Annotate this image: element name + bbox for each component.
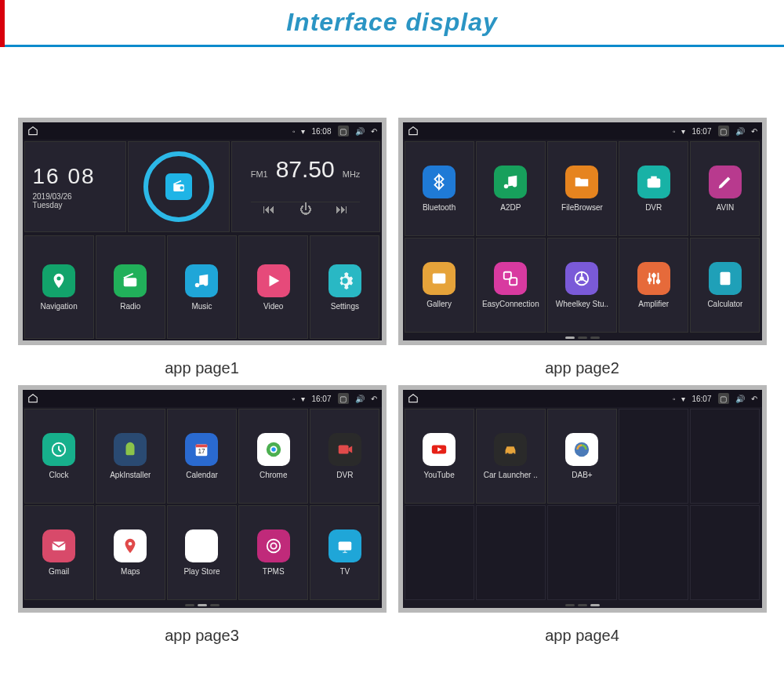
status-time: 16:07 <box>691 395 711 403</box>
app-play-store[interactable]: Play Store <box>167 505 237 600</box>
app-car-launcher-[interactable]: Car Launcher .. <box>476 409 546 504</box>
cal-icon: 17 <box>185 433 218 466</box>
app-gmail[interactable]: Gmail <box>24 505 94 600</box>
svg-point-14 <box>581 277 584 280</box>
app-settings[interactable]: Settings <box>310 235 379 339</box>
folder-icon <box>565 166 598 198</box>
panel-page1: ◦ ▾ 16:08 ▢ 🔊 ↶ 16 08 2019/03/26 Tuesday <box>18 118 387 345</box>
app-navigation[interactable]: Navigation <box>24 235 94 339</box>
app-video[interactable]: Video <box>238 235 308 339</box>
gps-icon: ◦ <box>292 395 296 403</box>
app-calculator[interactable]: Calculator <box>690 238 760 333</box>
empty-cell <box>690 409 760 504</box>
app-label: YouTube <box>423 471 454 479</box>
empty-cell <box>690 505 760 600</box>
android-icon <box>114 433 147 466</box>
clock-date: 2019/03/26 <box>33 192 72 201</box>
app-gallery[interactable]: Gallery <box>405 238 474 333</box>
app-calendar[interactable]: 17Calendar <box>167 409 237 504</box>
clock-time: 16 08 <box>33 164 96 189</box>
svg-point-35 <box>513 453 515 455</box>
app-tv[interactable]: TV <box>310 505 379 600</box>
app-music[interactable]: Music <box>167 235 237 339</box>
app-tpms[interactable]: TPMS <box>238 505 308 600</box>
fm-unit: MHz <box>343 169 361 179</box>
app-filebrowser[interactable]: FileBrowser <box>547 141 617 236</box>
page-indicator <box>403 602 762 608</box>
home-icon[interactable] <box>27 393 38 404</box>
back-icon[interactable]: ↶ <box>751 395 757 403</box>
app-chrome[interactable]: Chrome <box>238 409 308 504</box>
statusbar: ◦ ▾ 16:07 ▢ 🔊 ↶ <box>23 390 382 407</box>
app-avin[interactable]: AVIN <box>690 141 760 236</box>
statusbar: ◦ ▾ 16:08 ▢ 🔊 ↶ <box>23 122 382 140</box>
back-icon[interactable]: ↶ <box>371 127 377 136</box>
wifi-icon: ▾ <box>681 395 685 403</box>
app-dab-[interactable]: DAB+ <box>547 409 617 504</box>
tire-icon <box>257 529 290 562</box>
statusbar: ◦ ▾ 16:07 ▢ 🔊 ↶ <box>403 122 762 140</box>
image-icon <box>423 262 456 295</box>
app-dvr[interactable]: DVR <box>310 409 379 504</box>
camera-icon <box>637 166 670 198</box>
wifi-icon: ▾ <box>301 395 305 403</box>
svg-point-16 <box>652 275 655 278</box>
empty-cell <box>619 409 688 504</box>
pin-icon <box>42 264 75 297</box>
volume-icon[interactable]: 🔊 <box>355 127 365 136</box>
screenshot-icon[interactable]: ▢ <box>338 393 349 404</box>
app-a2dp[interactable]: A2DP <box>476 141 546 236</box>
volume-icon[interactable]: 🔊 <box>355 395 365 403</box>
empty-cell <box>547 505 617 600</box>
app-apkinstaller[interactable]: ApkInstaller <box>96 409 165 504</box>
app-easyconnection[interactable]: EasyConnection <box>476 238 546 333</box>
panel-page3: ◦ ▾ 16:07 ▢ 🔊 ↶ ClockApkInstaller17Calen… <box>18 385 387 613</box>
gps-icon: ◦ <box>292 127 296 136</box>
app-bluetooth[interactable]: Bluetooth <box>405 141 474 236</box>
app-radio[interactable]: Radio <box>96 235 165 339</box>
screenshot-icon[interactable]: ▢ <box>718 393 729 404</box>
screenshot-icon[interactable]: ▢ <box>718 126 729 136</box>
caption-page3: app page3 <box>165 627 239 645</box>
app-label: Music <box>191 302 212 311</box>
app-youtube[interactable]: YouTube <box>405 409 474 504</box>
empty-cell <box>619 505 688 600</box>
app-label: DAB+ <box>572 471 592 479</box>
play-icon <box>185 529 218 562</box>
fm-widget: FM1 87.50 MHz ⏮ ⏻ ⏭ <box>231 141 380 232</box>
power-icon[interactable]: ⏻ <box>299 202 312 217</box>
back-icon[interactable]: ↶ <box>371 395 377 403</box>
home-icon[interactable] <box>408 126 419 136</box>
sliders-icon <box>637 262 670 295</box>
clock-widget[interactable]: 16 08 2019/03/26 Tuesday <box>24 141 126 232</box>
svg-point-7 <box>651 180 656 185</box>
app-label: Gallery <box>426 300 452 308</box>
clock-icon <box>42 433 75 466</box>
back-icon[interactable]: ↶ <box>751 127 757 136</box>
svg-line-2 <box>173 181 181 185</box>
svg-rect-19 <box>721 274 728 277</box>
app-maps[interactable]: Maps <box>96 505 165 600</box>
app-amplifier[interactable]: Amplifier <box>619 238 688 333</box>
panel-page4: ◦ ▾ 16:07 ▢ 🔊 ↶ YouTubeCar Launcher ..DA… <box>398 385 767 613</box>
maps-icon <box>114 529 147 562</box>
pen-icon <box>709 166 742 198</box>
home-icon[interactable] <box>27 126 38 136</box>
app-wheelkey-stu-[interactable]: Wheelkey Stu.. <box>547 238 617 333</box>
radio-widget[interactable] <box>128 141 230 232</box>
prev-track-icon[interactable]: ⏮ <box>263 202 275 217</box>
panel-grid: ◦ ▾ 16:08 ▢ 🔊 ↶ 16 08 2019/03/26 Tuesday <box>0 47 784 660</box>
app-label: DVR <box>336 471 353 479</box>
svg-point-30 <box>267 540 280 553</box>
volume-icon[interactable]: 🔊 <box>735 395 745 403</box>
page-indicator <box>403 334 762 340</box>
dab-icon <box>565 433 598 466</box>
home-icon[interactable] <box>408 393 419 404</box>
app-dvr[interactable]: DVR <box>619 141 688 236</box>
app-label: Radio <box>120 302 140 311</box>
app-clock[interactable]: Clock <box>24 409 94 504</box>
next-track-icon[interactable]: ⏭ <box>336 202 348 217</box>
screenshot-icon[interactable]: ▢ <box>338 126 349 136</box>
svg-rect-8 <box>651 176 656 180</box>
volume-icon[interactable]: 🔊 <box>735 127 745 136</box>
